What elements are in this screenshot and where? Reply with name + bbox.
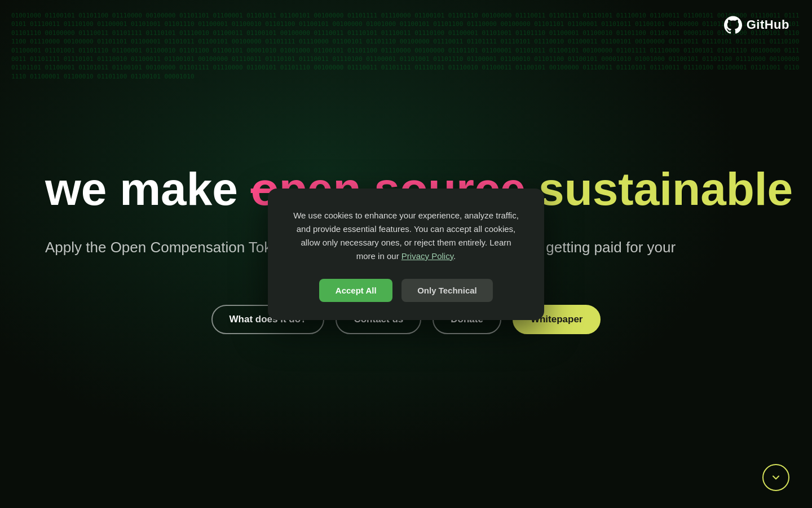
accept-all-button[interactable]: Accept All (319, 279, 392, 302)
cookie-modal-text: We use cookies to enhance your experienc… (290, 209, 522, 263)
privacy-policy-link[interactable]: Privacy Policy (401, 251, 453, 261)
cookie-modal: We use cookies to enhance your experienc… (268, 189, 544, 320)
cookie-buttons-group: Accept All Only Technical (290, 279, 522, 302)
only-technical-button[interactable]: Only Technical (401, 279, 493, 302)
cookie-modal-overlay: We use cookies to enhance your experienc… (0, 0, 812, 508)
